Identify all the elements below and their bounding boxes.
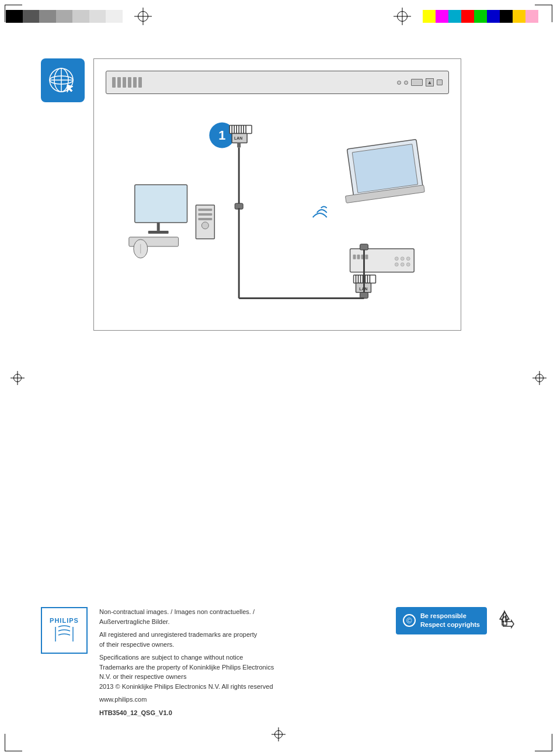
footer-model: HTB3540_12_QSG_V1.0 [99,708,384,718]
network-diagram: 1 LAN [106,112,449,316]
svg-rect-8 [229,126,252,134]
corner-bracket-bl [5,734,22,751]
device-controls: ▲ [397,78,443,86]
vent-3 [123,77,126,88]
philips-logo: PHILIPS [41,607,88,654]
crosshair-right [532,371,546,385]
svg-point-43 [395,263,398,266]
footer-website: www.philips.com [99,695,384,705]
footer-line1: Non-contractual images. / Images non con… [99,607,384,626]
svg-rect-58 [360,244,368,250]
device-player: ▲ [106,71,449,94]
swatch-darkgray [23,10,40,23]
vent-4 [128,77,131,88]
swatch-silver [72,10,89,23]
swatch-gray [39,10,56,23]
footer-text-block: Non-contractual images. / Images non con… [99,607,384,721]
svg-marker-5 [67,85,73,92]
svg-rect-18 [237,143,241,147]
swatch-lighter [89,10,106,23]
responsible-badge: © Be responsible Respect copyrights [396,607,487,634]
crosshair-left [11,371,25,385]
ctrl-display [411,79,423,86]
vent-6 [138,77,142,88]
svg-rect-26 [198,209,212,211]
svg-text:♻: ♻ [500,615,509,625]
color-bar-left [6,10,123,23]
footer-line3: Specifications are subject to change wit… [99,653,384,691]
svg-rect-23 [148,231,169,234]
vent-1 [112,77,116,88]
svg-point-45 [406,263,410,266]
ctrl-dot-2 [404,81,408,85]
swatch-lightgray [56,10,73,23]
svg-text:LAN: LAN [234,136,242,140]
corner-bracket-br [535,734,552,751]
vent-5 [133,77,137,88]
responsible-line2: Respect copyrights [420,620,480,629]
globe-section: ▲ 1 LAN [41,58,516,331]
svg-rect-35 [350,249,415,272]
svg-rect-37 [357,255,360,259]
corner-bracket-tl [5,5,22,22]
footer-line2: All registered and unregistered trademar… [99,630,384,649]
globe-svg [47,64,79,96]
svg-point-42 [406,257,410,261]
responsible-section: © Be responsible Respect copyrights ♻ [396,607,516,634]
svg-rect-22 [157,223,160,231]
device-vents [112,77,142,88]
copyright-icon: © [403,614,416,627]
responsible-text: Be responsible Respect copyrights [420,612,480,630]
ctrl-dot-1 [397,81,401,85]
svg-point-40 [395,257,398,261]
svg-rect-36 [353,255,356,259]
responsible-line1: Be responsible [420,612,480,620]
model-number: HTB3540_12_QSG_V1.0 [99,709,172,716]
diagram-box: ▲ 1 LAN [93,58,461,331]
svg-rect-33 [352,144,417,193]
svg-point-44 [401,263,404,266]
svg-text:1: 1 [218,128,225,143]
swatch-nearwhite [106,10,123,23]
svg-rect-28 [198,218,212,220]
svg-point-29 [201,222,208,229]
philips-brand: PHILIPS [50,617,79,624]
svg-rect-21 [135,185,187,223]
svg-point-41 [401,257,404,261]
footer-section: PHILIPS Non-contractual images. / Images… [41,607,516,721]
vent-2 [117,77,121,88]
svg-rect-39 [365,255,368,259]
main-content: ▲ 1 LAN [41,58,516,342]
ctrl-eject: ▲ [426,78,434,86]
philips-waves-svg [50,624,79,644]
recycle-icon: ♻ [493,609,516,632]
ctrl-btn [437,79,443,85]
color-bar-right [423,10,551,23]
top-bar [0,0,557,32]
corner-bracket-tr [535,5,552,22]
crosshair-bottom [271,727,286,741]
globe-icon [41,58,85,102]
svg-rect-27 [198,213,212,216]
